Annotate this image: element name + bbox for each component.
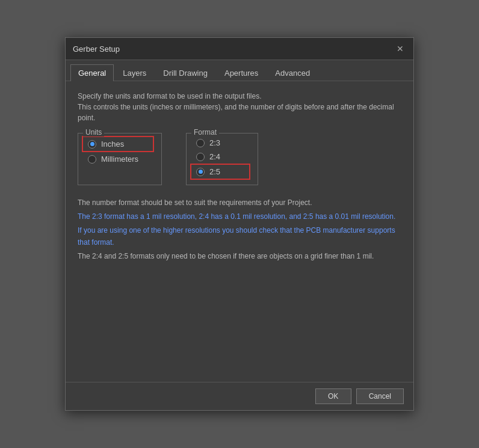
- options-row: Units Inches Millimeters Format: [78, 133, 401, 185]
- radio-23-indicator: [196, 139, 205, 147]
- tab-layers[interactable]: Layers: [115, 64, 154, 81]
- radio-millimeters[interactable]: Millimeters: [88, 155, 152, 164]
- ok-button[interactable]: OK: [315, 388, 351, 404]
- close-button[interactable]: ✕: [394, 43, 406, 55]
- tab-drill-drawing[interactable]: Drill Drawing: [155, 64, 215, 81]
- content-area: Specify the units and format to be used …: [66, 81, 413, 382]
- footer: OK Cancel: [66, 382, 413, 410]
- radio-25[interactable]: 2:5: [193, 166, 248, 177]
- overlay: Gerber Setup ✕ General Layers Drill Draw…: [0, 0, 479, 448]
- radio-inches-indicator: [88, 140, 96, 149]
- radio-25-indicator: [196, 168, 205, 176]
- format-group-label: Format: [191, 128, 219, 137]
- radio-25-label: 2:5: [209, 167, 220, 176]
- radio-24-label: 2:4: [209, 152, 220, 161]
- info-line-1: The number format should be set to suit …: [78, 197, 401, 209]
- radio-inches-label: Inches: [101, 140, 124, 149]
- tab-general[interactable]: General: [70, 64, 114, 81]
- radio-inches[interactable]: Inches: [84, 138, 152, 150]
- tab-bar: General Layers Drill Drawing Apertures A…: [66, 60, 413, 81]
- description: Specify the units and format to be used …: [78, 91, 401, 123]
- radio-millimeters-indicator: [88, 155, 96, 164]
- dialog-title: Gerber Setup: [73, 44, 120, 54]
- cancel-button[interactable]: Cancel: [356, 388, 404, 404]
- gerber-setup-dialog: Gerber Setup ✕ General Layers Drill Draw…: [65, 37, 414, 411]
- info-line-3: If you are using one of the higher resol…: [78, 225, 401, 248]
- tab-apertures[interactable]: Apertures: [217, 64, 266, 81]
- units-group-label: Units: [83, 128, 104, 137]
- units-group: Units Inches Millimeters: [78, 133, 162, 185]
- title-bar: Gerber Setup ✕: [66, 38, 413, 60]
- description-line2: This controls the units (inches or milli…: [78, 102, 401, 123]
- radio-23-label: 2:3: [209, 138, 220, 147]
- info-text: The number format should be set to suit …: [78, 197, 401, 262]
- info-line-2: The 2:3 format has a 1 mil resolution, 2…: [78, 211, 401, 222]
- description-line1: Specify the units and format to be used …: [78, 91, 401, 102]
- format-group: Format 2:3 2:4 2:5: [186, 133, 258, 185]
- radio-millimeters-label: Millimeters: [101, 155, 138, 164]
- radio-23[interactable]: 2:3: [196, 138, 248, 147]
- radio-24-indicator: [196, 153, 205, 161]
- info-line-4: The 2:4 and 2:5 formats only need to be …: [78, 251, 401, 262]
- radio-24[interactable]: 2:4: [196, 152, 248, 161]
- tab-advanced[interactable]: Advanced: [267, 64, 318, 81]
